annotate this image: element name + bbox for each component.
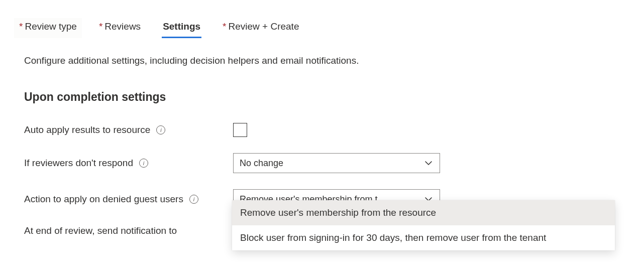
required-asterisk: *	[223, 21, 226, 32]
row-if-reviewers: If reviewers don't respond i No change	[24, 153, 630, 173]
page-description: Configure additional settings, including…	[24, 55, 630, 66]
field-label: If reviewers don't respond	[24, 158, 133, 169]
tab-label: Reviews	[104, 21, 141, 32]
info-icon[interactable]: i	[139, 159, 148, 168]
tab-label: Review type	[25, 21, 77, 32]
select-value: No change	[240, 158, 283, 169]
dropdown-option[interactable]: Block user from signing-in for 30 days, …	[232, 225, 615, 250]
label-cell: Action to apply on denied guest users i	[24, 194, 233, 205]
denied-guest-action-dropdown: Remove user's membership from the resour…	[232, 200, 615, 250]
field-label: Action to apply on denied guest users	[24, 194, 183, 205]
label-cell: Auto apply results to resource i	[24, 124, 233, 135]
dropdown-option[interactable]: Remove user's membership from the resour…	[232, 200, 615, 225]
label-cell: At end of review, send notification to	[24, 225, 233, 236]
row-auto-apply-results: Auto apply results to resource i	[24, 123, 630, 137]
required-asterisk: *	[99, 21, 102, 32]
chevron-down-icon	[423, 158, 434, 168]
tab-review-create[interactable]: *Review + Create	[218, 18, 304, 38]
tab-label: Review + Create	[228, 21, 299, 32]
info-icon[interactable]: i	[156, 125, 165, 134]
info-icon[interactable]: i	[189, 195, 198, 204]
if-reviewers-select[interactable]: No change	[233, 153, 440, 173]
field-label: At end of review, send notification to	[24, 225, 177, 236]
auto-apply-checkbox[interactable]	[233, 123, 247, 137]
section-heading: Upon completion settings	[24, 90, 630, 104]
tab-settings[interactable]: Settings	[158, 18, 205, 38]
required-asterisk: *	[19, 21, 23, 32]
field-label: Auto apply results to resource	[24, 124, 150, 135]
tab-label: Settings	[163, 21, 200, 32]
tab-reviews[interactable]: *Reviews	[94, 18, 146, 38]
tabs-bar: *Review type *Reviews Settings *Review +…	[14, 18, 630, 38]
label-cell: If reviewers don't respond i	[24, 158, 233, 169]
tab-review-type[interactable]: *Review type	[14, 18, 82, 38]
